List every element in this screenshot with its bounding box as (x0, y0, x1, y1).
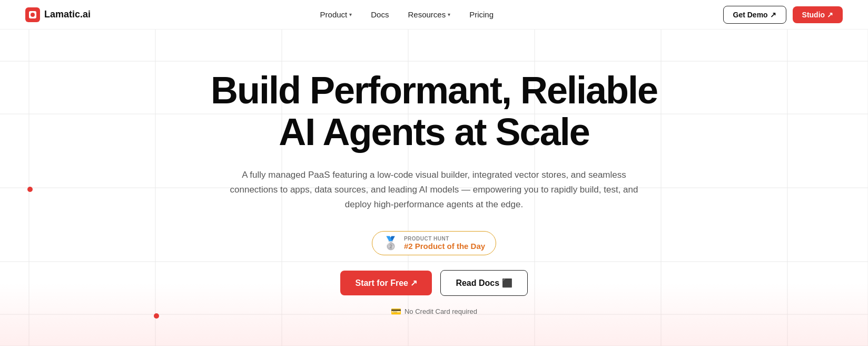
red-dot-accent-1 (27, 187, 33, 192)
logo-icon (25, 7, 40, 22)
no-card-text: No Credit Card required (405, 307, 477, 315)
nav-item-docs[interactable]: Docs (371, 10, 389, 19)
ph-label: PRODUCT HUNT (404, 236, 449, 242)
no-credit-card-note: 💳 No Credit Card required (391, 306, 477, 316)
studio-button[interactable]: Studio ↗ (793, 6, 843, 23)
read-docs-button[interactable]: Read Docs ⬛ (440, 270, 527, 296)
ph-rank: #2 Product of the Day (404, 242, 485, 251)
nav-item-product[interactable]: Product ▾ (320, 10, 352, 19)
credit-card-icon: 💳 (391, 306, 401, 316)
hero-content: Build Performant, Reliable AI Agents at … (211, 70, 657, 317)
svg-point-1 (31, 13, 35, 17)
nav-item-resources[interactable]: Resources ▾ (408, 10, 450, 19)
cta-buttons: Start for Free ↗ Read Docs ⬛ (340, 270, 527, 296)
medal-icon: 🥈 (383, 236, 399, 251)
logo-text: Lamatic.ai (44, 9, 91, 20)
chevron-down-icon: ▾ (349, 12, 352, 17)
hero-subtitle: A fully managed PaaS featuring a low-cod… (229, 168, 639, 212)
chevron-down-icon: ▾ (448, 12, 450, 17)
nav-actions: Get Demo ↗ Studio ↗ (723, 6, 843, 24)
nav-item-pricing[interactable]: Pricing (469, 10, 494, 19)
nav-links: Product ▾ Docs Resources ▾ Pricing (320, 10, 494, 19)
start-free-button[interactable]: Start for Free ↗ (340, 271, 432, 295)
hero-section: Build Performant, Reliable AI Agents at … (0, 30, 868, 346)
red-dot-accent-2 (154, 313, 159, 319)
get-demo-button[interactable]: Get Demo ↗ (723, 6, 786, 24)
hero-title: Build Performant, Reliable AI Agents at … (211, 70, 657, 153)
ph-text: PRODUCT HUNT #2 Product of the Day (404, 236, 485, 251)
product-hunt-badge[interactable]: 🥈 PRODUCT HUNT #2 Product of the Day (372, 231, 496, 255)
logo[interactable]: Lamatic.ai (25, 7, 91, 22)
navbar: Lamatic.ai Product ▾ Docs Resources ▾ Pr… (0, 0, 868, 30)
